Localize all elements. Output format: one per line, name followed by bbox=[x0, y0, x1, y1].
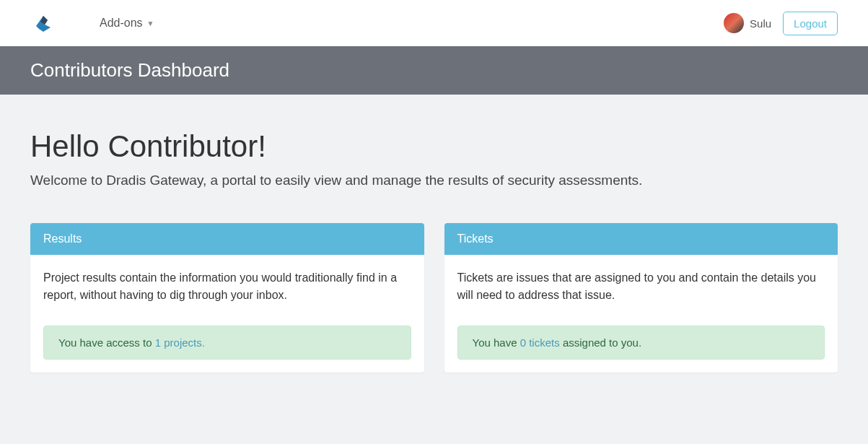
tickets-alert-suffix: assigned to you. bbox=[560, 336, 641, 349]
results-card-body: Project results contain the information … bbox=[30, 255, 424, 373]
navbar-left: Add-ons ▼ bbox=[30, 10, 154, 36]
results-projects-link[interactable]: 1 projects. bbox=[155, 336, 205, 349]
tickets-card-text: Tickets are issues that are assigned to … bbox=[457, 269, 825, 304]
main-content: Hello Contributor! Welcome to Dradis Gat… bbox=[0, 95, 868, 407]
cards-row: Results Project results contain the info… bbox=[30, 223, 838, 373]
user-section[interactable]: Sulu bbox=[724, 13, 771, 33]
tickets-link[interactable]: 0 tickets bbox=[520, 336, 560, 349]
logout-button[interactable]: Logout bbox=[783, 12, 838, 35]
results-alert-prefix: You have access to bbox=[58, 336, 155, 349]
tickets-alert-prefix: You have bbox=[473, 336, 520, 349]
avatar bbox=[724, 13, 744, 33]
chevron-down-icon: ▼ bbox=[147, 19, 154, 27]
greeting: Hello Contributor! bbox=[30, 129, 838, 164]
results-card-header: Results bbox=[30, 223, 424, 255]
addons-label: Add-ons bbox=[100, 17, 143, 30]
navbar: Add-ons ▼ Sulu Logout bbox=[0, 0, 868, 46]
page-title: Contributors Dashboard bbox=[30, 59, 838, 82]
username: Sulu bbox=[750, 17, 771, 30]
results-card-text: Project results contain the information … bbox=[43, 269, 411, 304]
results-alert: You have access to 1 projects. bbox=[43, 326, 411, 360]
addons-dropdown[interactable]: Add-ons ▼ bbox=[100, 17, 154, 30]
tickets-card: Tickets Tickets are issues that are assi… bbox=[444, 223, 838, 373]
subtitle: Welcome to Dradis Gateway, a portal to e… bbox=[30, 173, 838, 188]
results-card: Results Project results contain the info… bbox=[30, 223, 424, 373]
tickets-card-body: Tickets are issues that are assigned to … bbox=[444, 255, 838, 373]
tickets-card-header: Tickets bbox=[444, 223, 838, 255]
logo-icon[interactable] bbox=[30, 10, 56, 36]
header-bar: Contributors Dashboard bbox=[0, 46, 868, 95]
tickets-alert: You have 0 tickets assigned to you. bbox=[457, 326, 825, 360]
navbar-right: Sulu Logout bbox=[724, 12, 838, 35]
